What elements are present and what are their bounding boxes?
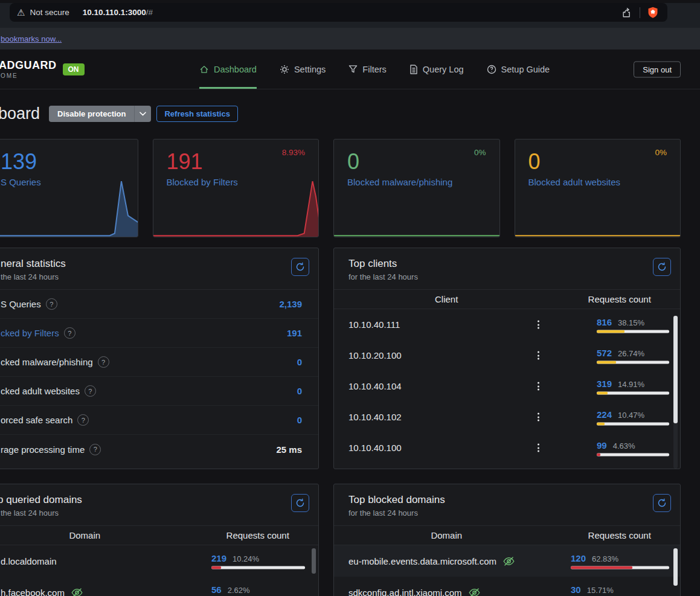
- general-statistics-panel: neral statistics the last 24 hours S Que…: [0, 248, 319, 469]
- disable-protection-button-group: Disable protection: [49, 106, 151, 122]
- requests-count[interactable]: 120: [571, 553, 586, 563]
- help-icon[interactable]: ?: [77, 414, 89, 426]
- statistic-label[interactable]: cked adult websites: [1, 386, 80, 396]
- protection-status-badge: ON: [63, 63, 85, 75]
- nav-item-dashboard[interactable]: Dashboard: [199, 50, 257, 89]
- help-icon[interactable]: ?: [89, 444, 101, 455]
- help-icon[interactable]: ?: [46, 298, 57, 310]
- disable-protection-button[interactable]: Disable protection: [49, 106, 134, 122]
- requests-count[interactable]: 572: [597, 347, 612, 357]
- bookmarks-bar: bookmarks now...: [0, 28, 700, 50]
- card-percent: 0%: [655, 148, 667, 157]
- progress-bar: [597, 360, 669, 364]
- chevron-down-icon: [140, 112, 146, 116]
- kebab-menu-icon[interactable]: [535, 316, 542, 333]
- logo-text: ADGUARD: [0, 59, 57, 72]
- dashboard-toolbar: board Disable protection Refresh statist…: [0, 104, 681, 123]
- table-header: Client Requests count: [334, 290, 680, 309]
- nav-item-query-log[interactable]: Query Log: [409, 50, 464, 89]
- scrollbar-thumb[interactable]: [312, 548, 316, 574]
- requests-count[interactable]: 56: [211, 585, 222, 595]
- question-circle-icon: [487, 65, 496, 74]
- requests-percent: 26.74%: [618, 348, 644, 357]
- statistic-label[interactable]: cked malware/phishing: [1, 357, 93, 367]
- nav-label: Setup Guide: [501, 65, 550, 74]
- top-clients-rows: 10.10.40.111 816 38.15% 10.10.20.100: [334, 309, 680, 463]
- refresh-statistics-button[interactable]: Refresh statistics: [156, 106, 237, 122]
- url-text[interactable]: 10.10.110.1:3000/#: [83, 8, 153, 17]
- stat-cards: 139 S Queries 191 Blocked by Filters 8.9…: [0, 139, 681, 237]
- help-icon[interactable]: ?: [85, 385, 96, 397]
- refresh-icon: [657, 262, 667, 272]
- requests-count[interactable]: 99: [597, 440, 607, 450]
- statistic-label[interactable]: rage processing time: [1, 444, 85, 455]
- requests-count[interactable]: 224: [597, 409, 612, 419]
- nav-label: Query Log: [423, 65, 464, 74]
- statistics-row: rage processing time ? 25 ms: [0, 435, 318, 464]
- card-label[interactable]: Blocked malware/phishing: [347, 177, 486, 187]
- nav-item-filters[interactable]: Filters: [348, 50, 386, 89]
- brave-shield-icon[interactable]: [647, 6, 659, 19]
- statistic-value: 0: [297, 386, 318, 396]
- requests-count[interactable]: 816: [597, 316, 612, 327]
- domain-row: eu-mobile.events.data.microsoft.com: [334, 545, 680, 577]
- warning-icon[interactable]: ⚠: [17, 8, 25, 17]
- import-bookmarks-link[interactable]: bookmarks now...: [1, 34, 62, 43]
- security-label[interactable]: Not secure: [30, 8, 69, 17]
- nav-label: Dashboard: [214, 65, 257, 74]
- sparkline-chart: [333, 181, 500, 237]
- nav-label: Filters: [362, 65, 386, 74]
- panel-subtitle: the last 24 hours: [1, 508, 309, 517]
- refresh-icon-button[interactable]: [653, 258, 671, 276]
- share-icon[interactable]: [621, 7, 633, 19]
- nav-item-settings[interactable]: Settings: [280, 50, 326, 89]
- refresh-icon-button[interactable]: [653, 494, 671, 512]
- refresh-icon-button[interactable]: [291, 258, 309, 276]
- kebab-menu-icon[interactable]: [535, 409, 542, 425]
- help-icon[interactable]: ?: [64, 327, 75, 339]
- kebab-menu-icon[interactable]: [535, 347, 542, 364]
- card-blocked-malware: 0 Blocked malware/phishing 0%: [333, 139, 500, 237]
- card-label[interactable]: S Queries: [1, 177, 124, 187]
- card-label[interactable]: Blocked by Filters: [167, 177, 306, 187]
- adguard-logo[interactable]: ADGUARD OME: [1, 59, 57, 79]
- refresh-icon: [657, 498, 667, 508]
- help-icon[interactable]: ?: [98, 356, 109, 368]
- requests-percent: 14.91%: [618, 379, 644, 388]
- domain-name: sdkconfig.ad.intl.xiaomi.com: [348, 588, 462, 596]
- requests-count[interactable]: 319: [597, 378, 612, 388]
- statistic-label[interactable]: cked by Filters: [1, 328, 59, 338]
- funnel-icon: [348, 65, 358, 74]
- domain-name: d.localdomain: [1, 556, 57, 566]
- tracker-eye-slash-icon: [468, 586, 481, 596]
- nav-item-setup-guide[interactable]: Setup Guide: [487, 50, 550, 89]
- requests-percent: 10.47%: [618, 410, 644, 419]
- scrollbar-thumb[interactable]: [673, 316, 678, 423]
- progress-bar: [597, 453, 669, 456]
- disable-protection-dropdown[interactable]: [134, 106, 151, 122]
- client-address: 10.10.40.102: [334, 412, 402, 422]
- card-label[interactable]: Blocked adult websites: [528, 177, 667, 187]
- requests-percent: 4.63%: [613, 441, 635, 450]
- panels-row-2: neral statistics the last 24 hours S Que…: [0, 248, 681, 469]
- statistic-label[interactable]: orced safe search: [1, 415, 72, 425]
- column-header-domain: Domain: [0, 530, 197, 540]
- requests-count[interactable]: 219: [211, 553, 226, 563]
- top-clients-panel: Top clients for the last 24 hours Client…: [333, 248, 681, 469]
- app-header: ADGUARD OME ON Dashboard: [0, 50, 700, 89]
- client-address: 10.10.40.100: [334, 443, 402, 453]
- requests-count[interactable]: 30: [571, 585, 581, 595]
- sign-out-button[interactable]: Sign out: [634, 61, 681, 77]
- progress-bar: [211, 566, 305, 569]
- top-blocked-rows: eu-mobile.events.data.microsoft.com: [334, 545, 680, 596]
- statistic-label[interactable]: S Queries: [1, 299, 41, 309]
- progress-bar: [597, 391, 669, 394]
- kebab-menu-icon[interactable]: [535, 440, 542, 456]
- top-blocked-domains-panel: Top blocked domains for the last 24 hour…: [333, 484, 681, 596]
- address-bar[interactable]: ⚠ Not secure 10.10.110.1:3000/#: [10, 3, 667, 22]
- statistic-value: 0: [297, 415, 318, 425]
- scrollbar-thumb[interactable]: [673, 548, 678, 586]
- domain-row: sdkconfig.ad.intl.xiaomi.com: [334, 577, 680, 596]
- refresh-icon-button[interactable]: [291, 494, 309, 512]
- kebab-menu-icon[interactable]: [535, 378, 542, 394]
